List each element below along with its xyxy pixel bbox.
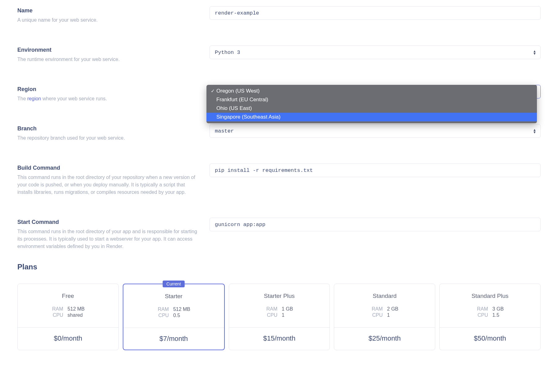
start-command-input[interactable] bbox=[210, 218, 541, 231]
environment-select[interactable]: Python 3 ▲▼ bbox=[210, 46, 541, 59]
form-row-environment: Environment The runtime environment for … bbox=[17, 46, 541, 63]
region-label: Region bbox=[17, 86, 210, 93]
start-command-desc: This command runs in the root directory … bbox=[17, 228, 200, 250]
plan-name: Starter bbox=[130, 293, 218, 300]
region-option[interactable]: Singapore (Southeast Asia) bbox=[206, 113, 537, 121]
build-command-desc: This command runs in the root directory … bbox=[17, 174, 200, 196]
spec-label-cpu: CPU bbox=[157, 313, 169, 318]
plan-price: $0/month bbox=[21, 334, 115, 342]
region-option[interactable]: Frankfurt (EU Central) bbox=[206, 95, 537, 104]
plans-heading: Plans bbox=[17, 263, 541, 271]
spec-value-ram: 1 GB bbox=[282, 306, 293, 312]
form-row-region: Region The region where your web service… bbox=[17, 85, 541, 102]
plan-card[interactable]: CurrentStarterRAM512 MBCPU0.5$7/month bbox=[123, 284, 225, 350]
name-desc: A unique name for your web service. bbox=[17, 16, 200, 24]
branch-desc: The repository branch used for your web … bbox=[17, 134, 200, 142]
spec-value-cpu: 1.5 bbox=[492, 312, 499, 318]
spec-label-ram: RAM bbox=[371, 306, 383, 312]
region-option-label: Ohio (US East) bbox=[216, 105, 252, 111]
plan-name: Standard bbox=[340, 293, 429, 299]
region-option[interactable]: ✓Oregon (US West) bbox=[206, 87, 537, 95]
spec-value-ram: 2 GB bbox=[387, 306, 398, 312]
spec-value-cpu: shared bbox=[68, 312, 83, 318]
plan-card[interactable]: FreeRAM512 MBCPUshared$0/month bbox=[17, 284, 119, 350]
spec-label-ram: RAM bbox=[51, 306, 63, 312]
region-option[interactable]: Ohio (US East) bbox=[206, 104, 537, 113]
region-desc-pre: The bbox=[17, 96, 27, 101]
plan-card[interactable]: StandardRAM2 GBCPU1$25/month bbox=[334, 284, 435, 350]
region-desc-post: where your web service runs. bbox=[41, 96, 107, 101]
environment-label: Environment bbox=[17, 47, 210, 53]
spec-value-cpu: 1 bbox=[282, 312, 285, 318]
region-option-label: Frankfurt (EU Central) bbox=[216, 97, 268, 103]
name-label: Name bbox=[17, 7, 210, 14]
spec-label-ram: RAM bbox=[266, 306, 277, 312]
branch-value: master bbox=[210, 124, 541, 138]
spec-label-cpu: CPU bbox=[51, 312, 63, 318]
spec-value-cpu: 0.5 bbox=[173, 313, 180, 318]
plan-price: $7/month bbox=[126, 335, 221, 343]
form-row-name: Name A unique name for your web service. bbox=[17, 6, 541, 24]
plan-price: $25/month bbox=[337, 334, 432, 342]
plan-card[interactable]: Starter PlusRAM1 GBCPU1$15/month bbox=[229, 284, 330, 350]
region-dropdown: ✓Oregon (US West)Frankfurt (EU Central)O… bbox=[206, 85, 537, 123]
spec-label-cpu: CPU bbox=[266, 312, 277, 318]
spec-label-ram: RAM bbox=[476, 306, 488, 312]
plan-price: $50/month bbox=[443, 334, 537, 342]
spec-value-cpu: 1 bbox=[387, 312, 390, 318]
name-input[interactable] bbox=[210, 6, 541, 20]
form-row-build-command: Build Command This command runs in the r… bbox=[17, 163, 541, 196]
check-icon: ✓ bbox=[211, 88, 216, 94]
branch-select[interactable]: master ▲▼ bbox=[210, 124, 541, 138]
region-desc: The region where your web service runs. bbox=[17, 95, 200, 102]
region-option-label: Singapore (Southeast Asia) bbox=[216, 114, 281, 120]
spec-label-cpu: CPU bbox=[371, 312, 383, 318]
plan-price: $15/month bbox=[232, 334, 327, 342]
environment-desc: The runtime environment for your web ser… bbox=[17, 56, 200, 63]
spec-value-ram: 3 GB bbox=[492, 306, 503, 312]
form-row-branch: Branch The repository branch used for yo… bbox=[17, 124, 541, 142]
region-link[interactable]: region bbox=[27, 96, 41, 101]
spec-value-ram: 512 MB bbox=[68, 306, 85, 312]
plan-name: Standard Plus bbox=[446, 293, 534, 299]
plans-grid: FreeRAM512 MBCPUshared$0/monthCurrentSta… bbox=[17, 284, 541, 350]
environment-value: Python 3 bbox=[210, 46, 541, 59]
spec-label-ram: RAM bbox=[157, 307, 169, 312]
spec-value-ram: 512 MB bbox=[173, 307, 190, 312]
plan-card[interactable]: Standard PlusRAM3 GBCPU1.5$50/month bbox=[439, 284, 541, 350]
start-command-label: Start Command bbox=[17, 219, 210, 225]
branch-label: Branch bbox=[17, 125, 210, 132]
current-badge: Current bbox=[163, 281, 185, 287]
form-row-start-command: Start Command This command runs in the r… bbox=[17, 218, 541, 250]
plan-name: Free bbox=[24, 293, 112, 299]
plan-name: Starter Plus bbox=[235, 293, 324, 299]
region-option-label: Oregon (US West) bbox=[216, 88, 260, 94]
build-command-input[interactable] bbox=[210, 163, 541, 177]
build-command-label: Build Command bbox=[17, 165, 210, 171]
spec-label-cpu: CPU bbox=[476, 312, 488, 318]
